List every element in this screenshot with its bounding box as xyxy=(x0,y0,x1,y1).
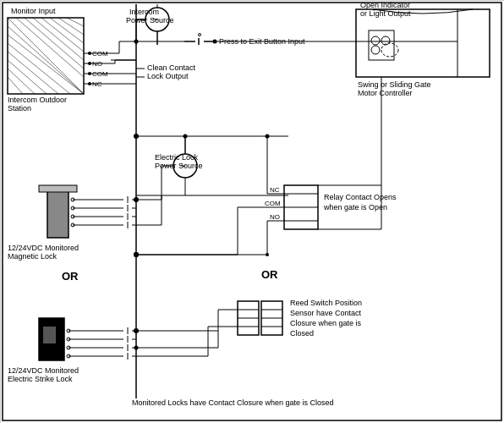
svg-point-183 xyxy=(266,253,269,256)
svg-text:Intercom Outdoor: Intercom Outdoor xyxy=(8,96,67,104)
svg-text:Closed: Closed xyxy=(290,329,314,338)
wiring-diagram: Monitor Input Intercom Outdoor Station C… xyxy=(0,0,504,423)
svg-text:12/24VDC Monitored: 12/24VDC Monitored xyxy=(8,244,79,252)
svg-text:OR: OR xyxy=(62,270,79,283)
svg-text:Open Indicator: Open Indicator xyxy=(360,1,410,9)
svg-rect-64 xyxy=(39,185,77,192)
svg-text:Electric Strike Lock: Electric Strike Lock xyxy=(8,375,73,383)
svg-point-119 xyxy=(184,135,188,139)
svg-text:Relay Contact Opens: Relay Contact Opens xyxy=(324,193,397,201)
svg-text:Magnetic Lock: Magnetic Lock xyxy=(8,252,58,261)
svg-text:NC: NC xyxy=(270,186,280,194)
svg-point-184 xyxy=(134,252,139,257)
svg-rect-0 xyxy=(1,1,504,423)
svg-text:Swing or Sliding Gate: Swing or Sliding Gate xyxy=(358,80,431,89)
svg-point-117 xyxy=(134,134,139,139)
svg-point-150 xyxy=(134,346,139,350)
svg-rect-63 xyxy=(47,187,68,238)
svg-text:NO: NO xyxy=(270,213,280,221)
svg-text:Motor Controller: Motor Controller xyxy=(358,89,413,97)
svg-text:or Light Output: or Light Output xyxy=(360,9,411,18)
svg-text:OR: OR xyxy=(261,268,278,281)
svg-text:when gate is Open: when gate is Open xyxy=(323,203,387,212)
svg-point-133 xyxy=(266,135,270,139)
svg-text:Lock Output: Lock Output xyxy=(147,72,189,80)
svg-text:Station: Station xyxy=(8,104,31,113)
svg-text:COM: COM xyxy=(265,200,281,207)
svg-rect-89 xyxy=(43,327,56,343)
svg-text:12/24VDC Monitored: 12/24VDC Monitored xyxy=(8,366,79,375)
svg-text:Electric Lock: Electric Lock xyxy=(155,153,199,162)
svg-text:Sensor have Contact: Sensor have Contact xyxy=(290,309,362,317)
svg-text:Closure when gate is: Closure when gate is xyxy=(290,319,362,327)
svg-point-175 xyxy=(213,40,217,44)
svg-text:Clean Contact: Clean Contact xyxy=(147,63,196,72)
svg-text:Intercom: Intercom xyxy=(129,8,159,16)
svg-text:Power Source: Power Source xyxy=(126,16,174,25)
svg-text:Monitor Input: Monitor Input xyxy=(11,7,56,15)
svg-text:Reed Switch Position: Reed Switch Position xyxy=(290,299,362,307)
svg-text:Monitored Locks have Contact C: Monitored Locks have Contact Closure whe… xyxy=(132,398,334,407)
